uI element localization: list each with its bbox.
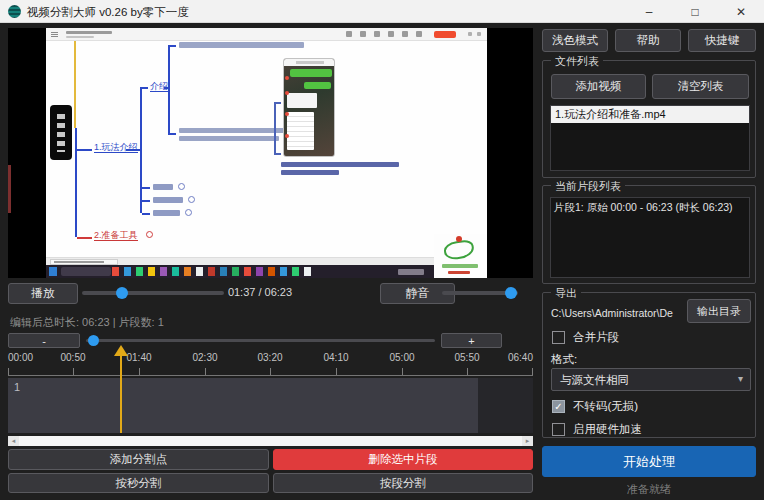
- clear-list-button[interactable]: 清空列表: [652, 74, 749, 99]
- title-bar: 视频分割大师 v0.26 by零下一度 – □ ✕: [0, 0, 764, 23]
- mindmap-phone-bracket-top: [276, 102, 281, 104]
- window-title: 视频分割大师 v0.26 by零下一度: [27, 5, 189, 20]
- tick-mark: [532, 368, 533, 375]
- mindmap-phone-bracket-bottom: [276, 153, 281, 155]
- no-transcode-label: 不转码(无损): [573, 399, 638, 414]
- timeline-scrollbar[interactable]: ◂ ▸: [8, 436, 533, 446]
- phone-status-text: [296, 61, 324, 64]
- video-taskbar-icons: [112, 267, 119, 276]
- video-app-toolbar: [46, 28, 487, 41]
- video-frame: 1.玩法介绍 介绍: [46, 28, 487, 278]
- mindmap-subitem1-icon: [178, 183, 185, 190]
- playhead-line[interactable]: [120, 356, 122, 433]
- seek-slider-track[interactable]: [82, 291, 224, 295]
- video-toolbar-window-dots: [468, 32, 472, 36]
- segment-block[interactable]: 1: [8, 378, 478, 433]
- scrollbar-right-arrow-icon[interactable]: ▸: [522, 436, 533, 446]
- hw-accel-checkbox[interactable]: [552, 423, 565, 436]
- no-transcode-checkbox[interactable]: ✓: [552, 400, 565, 413]
- tick-mark: [270, 368, 271, 375]
- phone-card-2: [287, 112, 314, 150]
- tick-label: 00:50: [60, 352, 85, 363]
- segment-track[interactable]: 1: [8, 378, 533, 433]
- merge-segments-label: 合并片段: [573, 330, 619, 345]
- playhead-arrow-icon[interactable]: [114, 345, 128, 356]
- mindmap-branch1-connector: [126, 149, 140, 151]
- output-path-text: C:\Users\Administrator\De: [551, 307, 683, 319]
- video-edge-artifact: [8, 165, 11, 213]
- volume-slider-handle[interactable]: [505, 287, 517, 299]
- maximize-button[interactable]: □: [672, 0, 718, 23]
- split-by-segments-button[interactable]: 按段分割: [273, 473, 533, 493]
- zoom-in-button[interactable]: +: [441, 333, 502, 348]
- file-list-group: 文件列表 添加视频 清空列表 1.玩法介绍和准备.mp4: [542, 60, 756, 178]
- format-select[interactable]: 与源文件相同 ▾: [551, 368, 751, 391]
- video-app-tab-text: [54, 261, 104, 263]
- start-processing-button[interactable]: 开始处理: [542, 446, 756, 477]
- merge-segments-checkbox[interactable]: [552, 331, 565, 344]
- tick-mark: [8, 368, 9, 375]
- video-watermark-text-2: [448, 271, 470, 274]
- timeline-ruler[interactable]: 00:00 00:50 01:40 02:30 03:20 04:10 05:0…: [8, 350, 533, 376]
- tick-label: 04:10: [323, 352, 348, 363]
- mindmap-branch2-icon: [146, 231, 153, 238]
- export-group: 导出 C:\Users\Administrator\De 输出目录 合并片段 格…: [542, 292, 756, 438]
- add-video-button[interactable]: 添加视频: [551, 74, 646, 99]
- video-watermark-patch: [434, 234, 487, 278]
- light-mode-button[interactable]: 浅色模式: [542, 29, 608, 52]
- mindmap-subitem2-label: [153, 197, 183, 203]
- phone-card-1: [287, 93, 317, 108]
- play-button[interactable]: 播放: [8, 283, 78, 304]
- file-list-box[interactable]: 1.玩法介绍和准备.mp4: [550, 105, 750, 171]
- tick-label: 01:40: [126, 352, 151, 363]
- mindmap-phone-bracket: [274, 102, 276, 155]
- hw-accel-label: 启用硬件加速: [573, 422, 642, 437]
- tick-label: 05:50: [454, 352, 479, 363]
- close-button[interactable]: ✕: [718, 0, 764, 23]
- tick-mark: [402, 368, 403, 375]
- output-dir-button[interactable]: 输出目录: [687, 299, 751, 323]
- segment-list-box[interactable]: 片段1: 原始 00:00 - 06:23 (时长 06:23): [550, 197, 750, 278]
- segment-list-item[interactable]: 片段1: 原始 00:00 - 06:23 (时长 06:23): [551, 198, 747, 215]
- mindmap-trunk: [75, 128, 77, 237]
- tick-label: 02:30: [192, 352, 217, 363]
- split-by-seconds-button[interactable]: 按秒分割: [8, 473, 269, 493]
- minimize-button[interactable]: –: [626, 0, 672, 23]
- file-list-item-selected[interactable]: 1.玩法介绍和准备.mp4: [551, 106, 749, 123]
- scrollbar-left-arrow-icon[interactable]: ◂: [8, 436, 19, 446]
- mindmap-branch1-label: 1.玩法介绍: [94, 142, 138, 153]
- tick-label: 03:20: [257, 352, 282, 363]
- video-watermark-dot: [456, 236, 462, 242]
- zoom-slider-handle[interactable]: [88, 335, 99, 346]
- mindmap-annotation-mid-2: [179, 136, 279, 141]
- mindmap-branch2-label: 2.准备工具: [94, 230, 138, 241]
- hotkeys-button[interactable]: 快捷键: [688, 29, 756, 52]
- segment-list-group: 当前片段列表 片段1: 原始 00:00 - 06:23 (时长 06:23): [542, 185, 756, 284]
- phone-red-markers: [285, 76, 289, 80]
- edit-info-text: 编辑后总时长: 06:23 | 片段数: 1: [10, 315, 164, 330]
- add-split-point-button[interactable]: 添加分割点: [8, 449, 269, 470]
- video-toolbar-menu-icon: [51, 32, 58, 37]
- video-taskbar-start-icon: [49, 267, 57, 276]
- mindmap-phone-note-2: [281, 170, 339, 175]
- mindmap-phone-note-1: [281, 162, 399, 167]
- phone-chat-bubble-2: [304, 82, 331, 89]
- zoom-slider-track[interactable]: [86, 339, 435, 342]
- seek-slider-handle[interactable]: [116, 287, 128, 299]
- zoom-out-button[interactable]: -: [8, 333, 80, 348]
- tick-label: 06:40: [508, 352, 533, 363]
- phone-chat-bubble-1: [290, 69, 332, 77]
- video-app-tabstrip: [46, 257, 487, 265]
- chevron-down-icon: ▾: [738, 373, 743, 384]
- tick-label: 00:00: [8, 352, 33, 363]
- delete-selected-segment-button[interactable]: 删除选中片段: [273, 449, 533, 470]
- mindmap-branch2-line: [77, 237, 92, 239]
- mindmap-bracket2-bottomstub: [170, 133, 176, 135]
- video-watermark-logo: [443, 239, 475, 261]
- mindmap-branch1-line: [77, 149, 92, 151]
- mindmap-subitem3-stub: [142, 213, 150, 215]
- video-player[interactable]: 1.玩法介绍 介绍: [8, 28, 533, 278]
- help-button[interactable]: 帮助: [615, 29, 681, 52]
- time-display: 01:37 / 06:23: [210, 286, 310, 298]
- video-toolbar-icons: [346, 31, 352, 37]
